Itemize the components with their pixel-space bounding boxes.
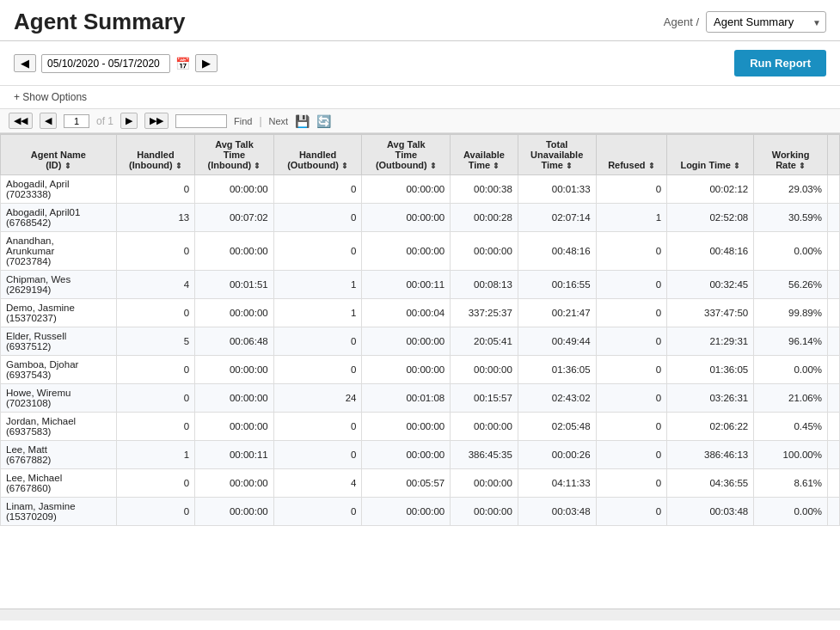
report-type-dropdown[interactable]: Agent Summary Agent Detail Agent Login — [706, 11, 826, 33]
cell-agent_name: Howe, Wiremu(7023108) — [1, 384, 117, 413]
cell-handled_outbound: 0 — [273, 232, 362, 271]
find-input[interactable] — [175, 114, 227, 128]
export-icon[interactable]: 💾 — [295, 114, 310, 128]
prev-date-btn[interactable]: ◀ — [14, 54, 36, 72]
col-working-rate[interactable]: WorkingRate ⇕ — [754, 135, 828, 175]
cell-available_time: 00:00:00 — [451, 356, 518, 384]
scroll-col — [828, 384, 840, 413]
scroll-col — [828, 232, 840, 271]
cell-handled_inbound: 0 — [116, 356, 195, 384]
scroll-col — [828, 299, 840, 327]
cell-handled_inbound: 0 — [116, 469, 195, 498]
cell-avg_talk_inbound: 00:00:00 — [195, 175, 274, 204]
cell-refused: 0 — [596, 356, 667, 384]
cell-working_rate: 0.00% — [754, 232, 828, 271]
table-row: Linam, Jasmine(15370209)000:00:00000:00:… — [1, 498, 840, 526]
col-total-unavail[interactable]: TotalUnavailableTime ⇕ — [518, 135, 596, 175]
col-login-time[interactable]: Login Time ⇕ — [667, 135, 754, 175]
cell-available_time: 00:00:00 — [451, 469, 518, 498]
first-page-btn[interactable]: ◀◀ — [9, 113, 33, 129]
next-date-btn[interactable]: ▶ — [195, 54, 218, 72]
table-toolbar: ◀◀ ◀ of 1 ▶ ▶▶ Find | Next 💾 🔄 — [0, 109, 840, 133]
page-number-input[interactable] — [64, 114, 89, 128]
cell-agent_name: Abogadil, April(7023338) — [1, 175, 117, 204]
col-handled-outbound[interactable]: Handled(Outbound) ⇕ — [273, 135, 362, 175]
cell-handled_outbound: 0 — [273, 498, 362, 526]
cell-login_time: 337:47:50 — [667, 299, 754, 327]
cell-avg_talk_outbound: 00:00:00 — [362, 413, 451, 441]
table-row: Howe, Wiremu(7023108)000:00:002400:01:08… — [1, 384, 840, 413]
page-header: Agent Summary Agent / Agent Summary Agen… — [0, 0, 840, 41]
cell-available_time: 00:00:00 — [451, 232, 518, 271]
cell-agent_name: Abogadil, April01(6768542) — [1, 204, 117, 232]
col-avg-talk-inbound[interactable]: Avg TalkTime(Inbound) ⇕ — [195, 135, 274, 175]
cell-avg_talk_outbound: 00:00:00 — [362, 498, 451, 526]
cell-handled_inbound: 0 — [116, 232, 195, 271]
table-row: Elder, Russell(6937512)500:06:48000:00:0… — [1, 327, 840, 356]
next-page-btn[interactable]: ▶ — [120, 113, 138, 129]
run-report-button[interactable]: Run Report — [734, 50, 826, 76]
find-label[interactable]: Find — [234, 116, 252, 126]
next-find-label[interactable]: Next — [269, 116, 289, 126]
cell-login_time: 386:46:13 — [667, 441, 754, 469]
cell-available_time: 00:08:13 — [451, 271, 518, 299]
show-options-toggle[interactable]: + Show Options — [14, 91, 87, 103]
horizontal-scrollbar[interactable] — [0, 609, 840, 621]
options-bar: + Show Options — [0, 86, 840, 109]
cell-refused: 1 — [596, 204, 667, 232]
col-avg-talk-outbound[interactable]: Avg TalkTime(Outbound) ⇕ — [362, 135, 451, 175]
cell-total_unavail: 00:16:55 — [518, 271, 596, 299]
table-row: Anandhan,Arunkumar(7023784)000:00:00000:… — [1, 232, 840, 271]
cell-handled_outbound: 24 — [273, 384, 362, 413]
refresh-icon[interactable]: 🔄 — [316, 114, 331, 128]
header-right: Agent / Agent Summary Agent Detail Agent… — [664, 11, 826, 33]
cell-refused: 0 — [596, 498, 667, 526]
cell-refused: 0 — [596, 299, 667, 327]
cell-available_time: 00:00:00 — [451, 498, 518, 526]
table-body: Abogadil, April(7023338)000:00:00000:00:… — [1, 175, 840, 526]
cell-working_rate: 8.61% — [754, 469, 828, 498]
cell-avg_talk_inbound: 00:00:00 — [195, 413, 274, 441]
cell-handled_inbound: 4 — [116, 271, 195, 299]
scroll-col — [828, 175, 840, 204]
cell-agent_name: Lee, Matt(6767882) — [1, 441, 117, 469]
last-page-btn[interactable]: ▶▶ — [144, 113, 169, 129]
cell-handled_inbound: 0 — [116, 384, 195, 413]
cell-handled_outbound: 4 — [273, 469, 362, 498]
cell-working_rate: 0.45% — [754, 413, 828, 441]
cell-working_rate: 30.59% — [754, 204, 828, 232]
cell-total_unavail: 01:36:05 — [518, 356, 596, 384]
cell-handled_outbound: 0 — [273, 204, 362, 232]
date-range-input[interactable] — [41, 54, 170, 73]
cell-handled_outbound: 0 — [273, 175, 362, 204]
cell-refused: 0 — [596, 271, 667, 299]
cell-handled_outbound: 1 — [273, 299, 362, 327]
cell-avg_talk_inbound: 00:07:02 — [195, 204, 274, 232]
col-refused[interactable]: Refused ⇕ — [596, 135, 667, 175]
cell-agent_name: Elder, Russell(6937512) — [1, 327, 117, 356]
cell-handled_inbound: 13 — [116, 204, 195, 232]
date-bar: ◀ 📅 ▶ Run Report — [0, 41, 840, 86]
cell-handled_inbound: 0 — [116, 413, 195, 441]
cell-available_time: 00:00:00 — [451, 413, 518, 441]
prev-page-btn[interactable]: ◀ — [40, 113, 57, 129]
report-type-dropdown-wrapper[interactable]: Agent Summary Agent Detail Agent Login — [706, 11, 826, 33]
cell-total_unavail: 00:00:26 — [518, 441, 596, 469]
cell-handled_outbound: 0 — [273, 356, 362, 384]
page-of-label: of 1 — [96, 115, 113, 127]
cell-working_rate: 29.03% — [754, 175, 828, 204]
col-available-time[interactable]: AvailableTime ⇕ — [451, 135, 518, 175]
cell-handled_outbound: 0 — [273, 441, 362, 469]
table-row: Abogadil, April01(6768542)1300:07:02000:… — [1, 204, 840, 232]
cell-total_unavail: 02:43:02 — [518, 384, 596, 413]
cell-avg_talk_outbound: 00:00:11 — [362, 271, 451, 299]
col-handled-inbound[interactable]: Handled(Inbound) ⇕ — [116, 135, 195, 175]
cell-refused: 0 — [596, 175, 667, 204]
cell-handled_inbound: 5 — [116, 327, 195, 356]
col-scroll-placeholder — [828, 135, 840, 175]
cell-working_rate: 0.00% — [754, 356, 828, 384]
col-agent-name[interactable]: Agent Name(ID) ⇕ — [1, 135, 117, 175]
cell-available_time: 20:05:41 — [451, 327, 518, 356]
scroll-col — [828, 469, 840, 498]
calendar-icon[interactable]: 📅 — [175, 57, 190, 70]
